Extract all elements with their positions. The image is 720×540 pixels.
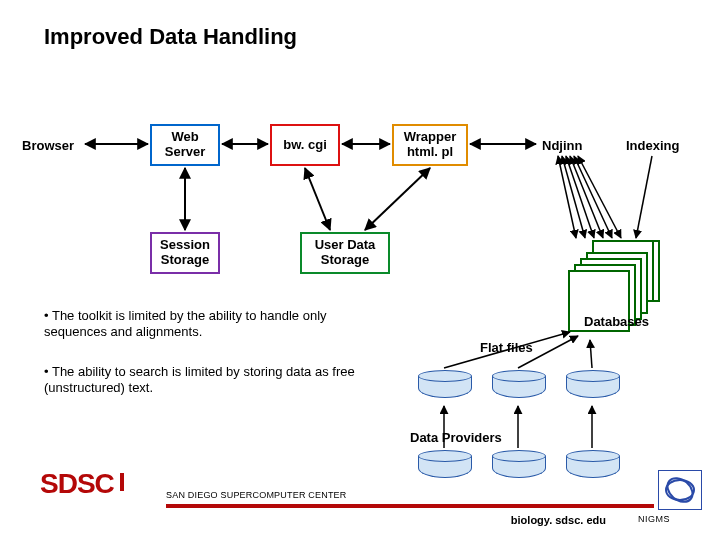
node-data-providers: Data Providers	[410, 430, 502, 445]
data-provider-cylinders	[418, 450, 620, 482]
svg-line-7	[558, 156, 576, 238]
nigms-label: NIGMS	[638, 514, 670, 524]
node-indexing: Indexing	[626, 138, 679, 153]
footer-rule	[166, 504, 654, 508]
footer-center-text: SAN DIEGO SUPERCOMPUTER CENTER	[166, 490, 347, 500]
sdsc-logo: SDSC	[40, 468, 124, 500]
svg-line-6	[365, 168, 430, 230]
node-bw-cgi: bw. cgi	[270, 124, 340, 166]
svg-line-8	[562, 156, 585, 238]
nigms-logo-icon	[658, 470, 702, 510]
svg-line-11	[574, 156, 612, 238]
node-web-server: Web Server	[150, 124, 220, 166]
node-session-storage: Session Storage	[150, 232, 220, 274]
bullet-2-text: The ability to search is limited by stor…	[44, 364, 355, 395]
bullet-2: • The ability to search is limited by st…	[44, 364, 384, 397]
node-ndjinn: Ndjinn	[542, 138, 582, 153]
svg-point-20	[666, 480, 694, 500]
node-flat-files: Flat files	[480, 340, 533, 355]
svg-line-12	[578, 156, 621, 238]
svg-line-10	[570, 156, 603, 238]
svg-line-16	[590, 340, 592, 368]
svg-line-13	[636, 156, 652, 238]
node-browser: Browser	[22, 138, 74, 153]
node-wrapper: Wrapper html. pl	[392, 124, 468, 166]
slide-title: Improved Data Handling	[44, 24, 297, 50]
footer-url: biology. sdsc. edu	[511, 514, 606, 526]
bullet-1-text: The toolkit is limited by the ability to…	[44, 308, 327, 339]
node-databases: Databases	[584, 314, 649, 329]
svg-point-21	[663, 475, 697, 505]
node-user-data-storage: User Data Storage	[300, 232, 390, 274]
svg-line-9	[566, 156, 594, 238]
bullet-1: • The toolkit is limited by the ability …	[44, 308, 384, 341]
flat-files-cylinders	[418, 370, 620, 402]
svg-line-5	[305, 168, 330, 230]
